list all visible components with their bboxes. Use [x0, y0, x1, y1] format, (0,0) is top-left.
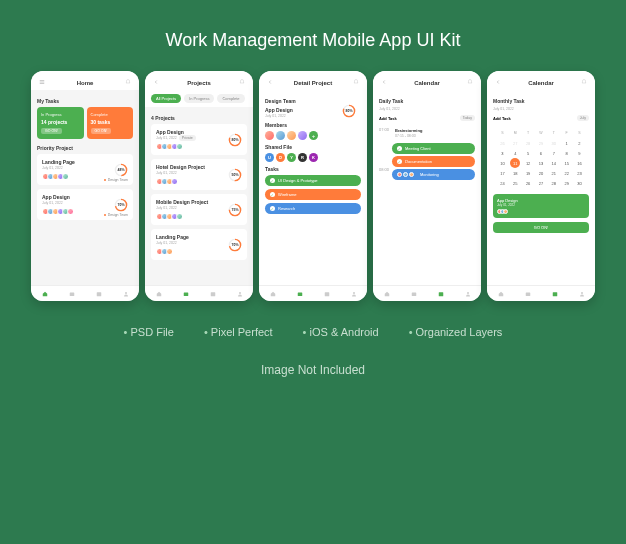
- go-on-button[interactable]: GO ON!: [41, 128, 62, 134]
- my-tasks-label: My Tasks: [37, 98, 133, 104]
- project-card[interactable]: App Design July 01, 2022Private 80%: [151, 124, 247, 155]
- nav-home-icon[interactable]: [42, 291, 48, 297]
- bottom-nav: [31, 285, 139, 301]
- timeline-event[interactable]: ✓Documentation: [392, 156, 475, 167]
- screen-monthly: Calendar Monthly Task July 01, 2022 Add …: [487, 71, 595, 301]
- feature-item: iOS & Android: [303, 326, 379, 338]
- task-pill[interactable]: ✓Wireframe: [265, 189, 361, 200]
- kit-title: Work Management Mobile App UI Kit: [0, 0, 626, 71]
- svg-point-22: [353, 292, 355, 294]
- go-on-button[interactable]: GO ON!: [493, 222, 589, 233]
- bottom-nav: [373, 285, 481, 301]
- members-label: Members: [265, 122, 361, 128]
- tab-progress[interactable]: In Progress: [184, 94, 214, 103]
- screen-detail: Detail Project Design Team App Design Ju…: [259, 71, 367, 301]
- nav-profile-icon[interactable]: [237, 291, 243, 297]
- nav-home-icon[interactable]: [498, 291, 504, 297]
- bell-icon[interactable]: [239, 79, 245, 86]
- july-pill[interactable]: July: [577, 115, 589, 121]
- file-icon[interactable]: D: [276, 153, 285, 162]
- project-tabs: All Projects In Progress Complete: [145, 90, 253, 107]
- nav-calendar-icon[interactable]: [438, 291, 444, 297]
- nav-home-icon[interactable]: [156, 291, 162, 297]
- projects-count: 4 Projects: [151, 115, 247, 121]
- nav-profile-icon[interactable]: [351, 291, 357, 297]
- task-pill[interactable]: ✓Research: [265, 203, 361, 214]
- daily-title: Calendar: [414, 80, 440, 86]
- shared-label: Shared File: [265, 144, 361, 150]
- footer-note: Image Not Included: [0, 348, 626, 377]
- bell-icon[interactable]: [467, 79, 473, 86]
- nav-calendar-icon[interactable]: [210, 291, 216, 297]
- nav-folder-icon[interactable]: [525, 291, 531, 297]
- project-card[interactable]: Hotel Design Project July 01, 2022 50%: [151, 159, 247, 190]
- svg-rect-23: [411, 292, 416, 296]
- timeline-event[interactable]: ✓Meeting Client: [392, 143, 475, 154]
- svg-point-25: [467, 292, 469, 294]
- features-list: PSD File Pixel Perfect iOS & Android Org…: [0, 301, 626, 348]
- tab-complete[interactable]: Complete: [217, 94, 244, 103]
- file-icon[interactable]: K: [309, 153, 318, 162]
- tab-all[interactable]: All Projects: [151, 94, 181, 103]
- member-avatar[interactable]: [287, 131, 296, 140]
- back-icon[interactable]: [495, 79, 501, 86]
- svg-rect-15: [183, 292, 188, 296]
- nav-calendar-icon[interactable]: [552, 291, 558, 297]
- project-card[interactable]: Landing Page July 01, 2022 48% Design Te…: [37, 154, 133, 185]
- back-icon[interactable]: [153, 79, 159, 86]
- member-avatar[interactable]: [265, 131, 274, 140]
- project-card[interactable]: Landing Page July 01, 2022 70%: [151, 229, 247, 260]
- svg-rect-21: [324, 292, 329, 296]
- svg-rect-20: [297, 292, 302, 296]
- bottom-nav: [487, 285, 595, 301]
- event-card[interactable]: App Design July 01, 2022: [493, 194, 589, 218]
- file-icon[interactable]: R: [298, 153, 307, 162]
- nav-calendar-icon[interactable]: [324, 291, 330, 297]
- month-calendar[interactable]: SMTWTFS 262728293012 3456789 10111213141…: [493, 125, 589, 191]
- progress-ring: 70%: [114, 198, 128, 212]
- bell-icon[interactable]: [581, 79, 587, 86]
- project-card[interactable]: App Design July 01, 2022 70% Design Team: [37, 189, 133, 220]
- bell-icon[interactable]: [353, 79, 359, 86]
- back-icon[interactable]: [381, 79, 387, 86]
- nav-profile-icon[interactable]: [579, 291, 585, 297]
- file-icon[interactable]: U: [265, 153, 274, 162]
- in-progress-card[interactable]: In Progress 14 projects GO ON!: [37, 107, 84, 139]
- nav-profile-icon[interactable]: [465, 291, 471, 297]
- nav-calendar-icon[interactable]: [96, 291, 102, 297]
- go-on-button[interactable]: GO ON!: [91, 128, 112, 134]
- monthly-title: Calendar: [528, 80, 554, 86]
- timeline-event[interactable]: Monitoring: [392, 169, 475, 180]
- priority-label: Priority Project: [37, 145, 133, 151]
- feature-item: Pixel Perfect: [204, 326, 273, 338]
- complete-card[interactable]: Complete 30 tasks GO ON!: [87, 107, 134, 139]
- svg-rect-4: [69, 292, 74, 296]
- add-member-button[interactable]: +: [309, 131, 318, 140]
- bell-icon[interactable]: [125, 79, 131, 86]
- today-pill[interactable]: Today: [460, 115, 475, 121]
- back-icon[interactable]: [267, 79, 273, 86]
- member-avatar[interactable]: [276, 131, 285, 140]
- svg-rect-24: [438, 292, 443, 296]
- nav-home-icon[interactable]: [384, 291, 390, 297]
- nav-folder-icon[interactable]: [69, 291, 75, 297]
- menu-icon[interactable]: [39, 79, 45, 86]
- task-pill[interactable]: ✓UI Design & Prototype: [265, 175, 361, 186]
- project-card[interactable]: Mobile Design Project July 01, 2022 75%: [151, 194, 247, 225]
- team-badge: Design Team: [104, 178, 128, 182]
- monthly-heading: Monthly Task: [493, 98, 589, 104]
- nav-folder-icon[interactable]: [411, 291, 417, 297]
- file-icon[interactable]: Y: [287, 153, 296, 162]
- timeline-event[interactable]: Brainstorming 07:15 - 08:00: [392, 125, 475, 141]
- calendar-active-day: 11: [510, 158, 520, 168]
- add-task-label: Add Task: [493, 116, 511, 121]
- team-badge: Design Team: [104, 213, 128, 217]
- nav-folder-icon[interactable]: [297, 291, 303, 297]
- nav-profile-icon[interactable]: [123, 291, 129, 297]
- svg-rect-5: [96, 292, 101, 296]
- member-avatar[interactable]: [298, 131, 307, 140]
- projects-title: Projects: [187, 80, 211, 86]
- nav-home-icon[interactable]: [270, 291, 276, 297]
- nav-folder-icon[interactable]: [183, 291, 189, 297]
- private-badge: Private: [179, 135, 196, 141]
